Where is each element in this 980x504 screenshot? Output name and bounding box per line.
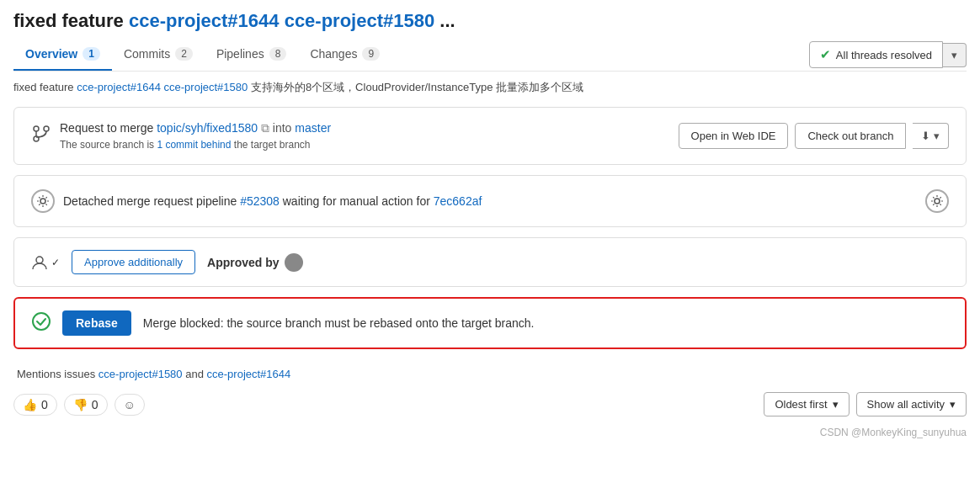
tabs-left: Overview 1 Commits 2 Pipelines 8 Changes… [13, 39, 391, 71]
pipeline-card: Detached merge request pipeline #52308 w… [13, 175, 967, 227]
desc-link1[interactable]: cce-project#1644 [77, 81, 161, 93]
download-dropdown-button[interactable]: ⬇ ▾ [913, 123, 949, 149]
rebase-message: Merge blocked: the source branch must be… [143, 316, 535, 330]
target-branch-link[interactable]: master [295, 121, 331, 135]
bottom-bar: 👍 0 👎 0 ☺ Oldest first ▾ Show all activi… [13, 385, 967, 420]
svg-point-6 [33, 313, 50, 330]
thumbs-down-count: 0 [92, 398, 99, 411]
mr-description: fixed feature cce-project#1644 cce-proje… [13, 72, 967, 107]
title-prefix: fixed feature [13, 10, 124, 31]
tab-changes-badge: 9 [362, 47, 380, 61]
check-circle-icon: ✔ [820, 47, 831, 62]
rebase-button[interactable]: Rebase [62, 310, 131, 336]
chevron-down-icon: ▾ [950, 398, 956, 411]
oldest-first-button[interactable]: Oldest first ▾ [764, 392, 849, 416]
show-activity-button[interactable]: Show all activity ▾ [856, 392, 967, 416]
pipeline-text: Detached merge request pipeline #52308 w… [63, 194, 482, 208]
tab-pipelines-badge: 8 [269, 47, 287, 61]
mentions-text: Mentions issues cce-project#1580 and cce… [13, 359, 967, 385]
open-web-ide-button[interactable]: Open in Web IDE [679, 123, 789, 149]
merge-actions: Open in Web IDE Check out branch ⬇ ▾ [679, 123, 949, 149]
approve-additionally-button[interactable]: Approve additionally [72, 250, 195, 274]
desc-link2[interactable]: cce-project#1580 [164, 81, 248, 93]
thumbs-up-count: 0 [41, 398, 48, 411]
request-to-merge-label: Request to merge [60, 121, 153, 135]
rebase-card: Rebase Merge blocked: the source branch … [13, 297, 967, 349]
tab-overview[interactable]: Overview 1 [13, 39, 112, 71]
reactions-bar: 👍 0 👎 0 ☺ [13, 394, 145, 416]
watermark: CSDN @MonkeyKing_sunyuhua [13, 420, 967, 442]
pipeline-commit-link[interactable]: 7ec662af [434, 194, 482, 208]
svg-point-4 [935, 199, 940, 204]
pipeline-settings-button[interactable] [925, 189, 949, 213]
thumbs-down-icon: 👎 [73, 398, 88, 411]
tabs-bar: Overview 1 Commits 2 Pipelines 8 Changes… [13, 39, 967, 72]
tab-commits-badge: 2 [175, 47, 193, 61]
rebase-check-icon [32, 312, 51, 335]
tab-commits[interactable]: Commits 2 [112, 39, 205, 71]
all-threads-dropdown-button[interactable]: ▾ [943, 43, 967, 67]
source-branch-link[interactable]: topic/syh/fixed1580 [157, 121, 258, 135]
chevron-down-icon: ▾ [951, 49, 957, 61]
svg-point-1 [44, 126, 49, 131]
thumbs-down-button[interactable]: 👎 0 [64, 394, 108, 416]
title-link1[interactable]: cce-project#1644 [129, 10, 280, 31]
sort-controls: Oldest first ▾ Show all activity ▾ [764, 392, 967, 416]
commit-behind-link[interactable]: 1 commit behind [157, 139, 231, 151]
merge-icon [31, 124, 51, 149]
tabs-right: ✔ All threads resolved ▾ [809, 41, 967, 68]
chevron-down-icon: ▾ [934, 130, 940, 142]
title-suffix: ... [439, 10, 455, 31]
download-icon: ⬇ [921, 130, 930, 142]
title-link2[interactable]: cce-project#1580 [285, 10, 435, 31]
chevron-down-icon: ▾ [833, 398, 839, 411]
pipeline-settings-icon [31, 189, 55, 213]
thumbs-up-icon: 👍 [23, 398, 37, 411]
approved-by-label: Approved by [207, 253, 303, 272]
into-text: into [273, 121, 292, 135]
merge-request-card: Request to merge topic/syh/fixed1580 ⧉ i… [13, 107, 967, 165]
approve-card: ✓ Approve additionally Approved by [13, 237, 967, 287]
smile-icon: ☺ [124, 398, 136, 411]
pipeline-link[interactable]: #52308 [240, 194, 280, 208]
tab-overview-badge: 1 [83, 47, 100, 61]
mentions-link2[interactable]: cce-project#1644 [207, 368, 291, 380]
tab-changes[interactable]: Changes 9 [298, 39, 391, 71]
copy-icon[interactable]: ⧉ [261, 121, 269, 135]
tab-pipelines[interactable]: Pipelines 8 [205, 39, 299, 71]
svg-point-5 [36, 257, 43, 263]
approve-user-icon: ✓ [31, 254, 60, 271]
mentions-link1[interactable]: cce-project#1580 [99, 368, 183, 380]
all-threads-button[interactable]: ✔ All threads resolved [809, 41, 943, 68]
avatar [285, 253, 303, 272]
svg-point-3 [40, 199, 45, 204]
svg-point-0 [34, 126, 39, 131]
checkout-branch-button[interactable]: Check out branch [795, 123, 906, 149]
checkmark-icon: ✓ [51, 257, 60, 268]
emoji-reaction-button[interactable]: ☺ [115, 394, 145, 416]
page-title: fixed feature cce-project#1644 cce-proje… [13, 0, 967, 39]
thumbs-up-button[interactable]: 👍 0 [13, 394, 57, 416]
